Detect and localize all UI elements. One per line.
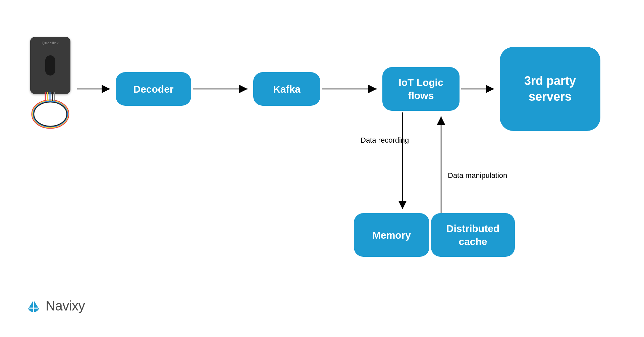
arrow-kafka-to-iot [322, 86, 381, 92]
arrow-iot-to-3rdparty [461, 86, 498, 92]
brand-logo: Navixy [26, 298, 85, 314]
svg-point-0 [32, 100, 69, 128]
node-distributed-cache: Distributed cache [431, 213, 515, 257]
label-data-recording: Data recording [361, 136, 409, 145]
device-brand-label: Queclink [42, 41, 59, 45]
device-illustration: Queclink [25, 37, 75, 131]
brand-name: Navixy [46, 298, 85, 314]
label-data-manipulation: Data manipulation [448, 171, 507, 180]
node-iot-logic: IoT Logic flows [382, 67, 460, 111]
node-decoder-label: Decoder [133, 83, 173, 96]
node-memory-label: Memory [372, 229, 411, 242]
device-wires [27, 92, 74, 133]
node-kafka: Kafka [253, 72, 320, 106]
node-3rd-party: 3rd party servers [500, 47, 600, 131]
svg-point-4 [35, 103, 66, 126]
svg-point-1 [33, 101, 68, 128]
device-body: Queclink [30, 37, 70, 94]
node-kafka-label: Kafka [273, 83, 301, 96]
node-3rd-party-label: 3rd party servers [506, 73, 594, 105]
node-decoder: Decoder [116, 72, 191, 106]
device-button-area [45, 55, 55, 76]
arrow-cache-to-iot [438, 112, 444, 213]
diagram-canvas: Queclink Decoder [0, 0, 644, 337]
node-memory: Memory [354, 213, 429, 257]
arrow-decoder-to-kafka [193, 86, 252, 92]
node-iot-logic-label: IoT Logic flows [389, 76, 453, 102]
node-distributed-cache-label: Distributed cache [438, 222, 508, 248]
arrow-iot-to-memory [399, 112, 406, 213]
svg-point-3 [34, 102, 67, 126]
svg-point-2 [33, 101, 67, 127]
arrow-device-to-decoder [77, 86, 114, 92]
navixy-icon [26, 299, 41, 314]
